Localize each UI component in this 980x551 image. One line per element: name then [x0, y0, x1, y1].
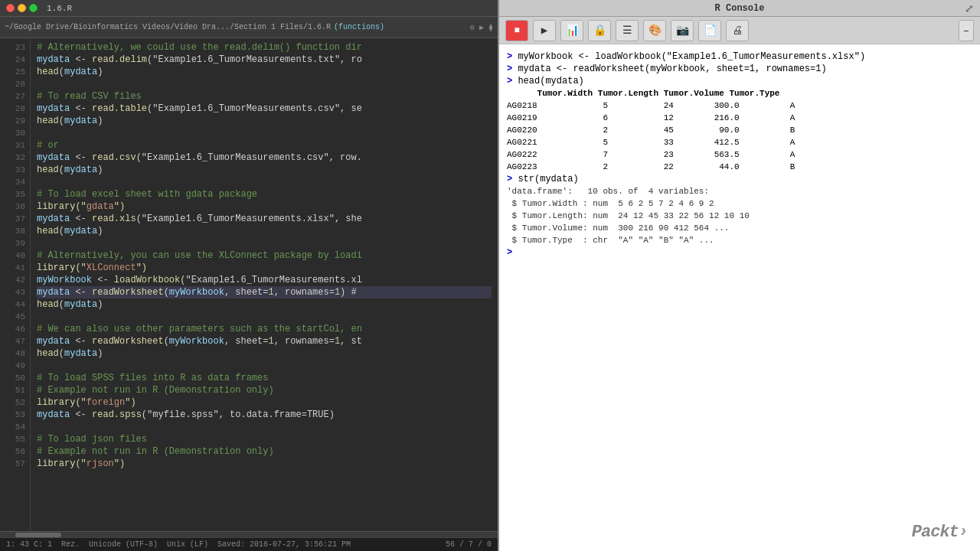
line-number: 44 [0, 298, 25, 311]
code-line: # To load excel sheet with gdata package [37, 188, 492, 201]
line-number: 34 [0, 176, 25, 188]
close-button[interactable] [6, 4, 15, 12]
line-number: 25 [0, 66, 25, 78]
code-line [37, 176, 492, 188]
color-button[interactable]: 🎨 [643, 20, 666, 41]
console-line: AG0220 2 45 90.0 B [507, 124, 972, 136]
console-toolbar: ■ ▶ 📊 🔒 ☰ 🎨 📷 📄 🖨 – ~/Google Drive/Bioin… [499, 17, 980, 44]
editor-content[interactable]: 2324252627282930313233343536373839404142… [0, 38, 498, 531]
editor-title: 1.6.R [47, 4, 72, 13]
line-number: 42 [0, 274, 25, 286]
table-button[interactable]: ☰ [616, 20, 639, 41]
line-number: 55 [0, 433, 25, 445]
line-number: 37 [0, 213, 25, 225]
code-line: # To load json files [37, 433, 492, 445]
console-content[interactable]: > myWorkbook <- loadWorkbook("Example1.6… [499, 44, 980, 551]
line-number: 35 [0, 188, 25, 201]
code-line [37, 127, 492, 139]
code-line: head(mydata) [37, 347, 492, 360]
console-line: 'data.frame': 10 obs. of 4 variables: [507, 185, 972, 197]
code-line: head(mydata) [37, 164, 492, 176]
line-number: 28 [0, 103, 25, 115]
code-line: mydata <- read.spss("myfile.spss", to.da… [37, 409, 492, 421]
code-line [37, 360, 492, 372]
line-number: 26 [0, 78, 25, 90]
line-number: 40 [0, 249, 25, 262]
code-line: # To load SPSS files into R as data fram… [37, 372, 492, 384]
print-button[interactable]: 🖨 [726, 20, 749, 41]
code-line: # or [37, 139, 492, 152]
cursor-position: 1: 43 C: 1 [6, 540, 52, 549]
console-panel: R Console ⤢ ■ ▶ 📊 🔒 ☰ 🎨 📷 📄 🖨 – ~/Google… [498, 0, 980, 551]
lock-button[interactable]: 🔒 [588, 20, 611, 41]
line-ending: Unix (LF) [167, 540, 208, 549]
code-line [37, 237, 492, 249]
chart-button[interactable]: 📊 [560, 20, 583, 41]
minimize-button[interactable] [18, 4, 26, 12]
stop-button[interactable]: ■ [505, 20, 528, 41]
code-line: library("rjson") [37, 458, 492, 470]
line-number: 47 [0, 335, 25, 347]
code-line: mydata <- read.csv("Example1.6_TumorMeas… [37, 152, 492, 164]
editor-panel: 1.6.R ~/Google Drive/Bioinformatics Vide… [0, 0, 498, 551]
code-line: head(mydata) [37, 225, 492, 237]
line-number: 30 [0, 127, 25, 139]
line-numbers: 2324252627282930313233343536373839404142… [0, 38, 31, 531]
editor-titlebar: 1.6.R [0, 0, 498, 17]
horizontal-scrollbar[interactable] [0, 531, 498, 537]
console-line: AG0221 5 33 412.5 A [507, 136, 972, 148]
toolbar-icons: ⚙ ▶ ⧫ [470, 23, 493, 32]
line-number: 48 [0, 347, 25, 360]
save-time: Saved: 2016-07-27, 3:56:21 PM [217, 540, 351, 549]
console-line: Tumor.Width Tumor.Length Tumor.Volume Tu… [507, 87, 972, 99]
doc-button[interactable]: 📄 [698, 20, 721, 41]
console-line: $ Tumor.Volume: num 300 216 90 412 564 .… [507, 222, 972, 234]
console-line: AG0222 7 23 563.5 A [507, 148, 972, 161]
maximize-button[interactable] [29, 4, 38, 12]
console-expand-button[interactable]: ⤢ [965, 2, 974, 15]
camera-button[interactable]: 📷 [671, 20, 694, 41]
console-line: > str(mydata) [507, 173, 972, 185]
line-number: 51 [0, 384, 25, 396]
console-line: $ Tumor.Type : chr "A" "A" "B" "A" ... [507, 234, 972, 246]
console-line: > mydata <- readWorksheet(myWorkbook, sh… [507, 63, 972, 75]
line-number: 27 [0, 90, 25, 103]
line-number: 56 [0, 445, 25, 458]
code-line: # Alternatively, we could use the read.d… [37, 41, 492, 54]
editor-statusbar: 1: 43 C: 1 Rez. Unicode (UTF-8) Unix (LF… [0, 537, 498, 551]
console-line: > head(mydata) [507, 75, 972, 87]
line-number: 24 [0, 54, 25, 66]
line-number: 57 [0, 458, 25, 470]
console-line: $ Tumor.Width : num 5 6 2 5 7 2 4 6 9 2 [507, 197, 972, 210]
line-number: 53 [0, 409, 25, 421]
encoding: Unicode (UTF-8) [89, 540, 158, 549]
code-line: mydata <- read.xls("Example1.6_TumorMeas… [37, 213, 492, 225]
editor-toolbar: ~/Google Drive/Bioinformatics Videos/Vid… [0, 17, 498, 38]
window-controls [6, 4, 38, 12]
console-line: AG0219 6 12 216.0 A [507, 112, 972, 124]
packt-chevron: › [959, 523, 968, 542]
code-line: # To read CSV files [37, 90, 492, 103]
code-line: library("XLConnect") [37, 262, 492, 274]
line-number: 50 [0, 372, 25, 384]
line-number: 38 [0, 225, 25, 237]
line-number: 33 [0, 164, 25, 176]
console-titlebar: R Console ⤢ [499, 0, 980, 17]
code-line: # We can also use other parameters such … [37, 323, 492, 335]
code-line: head(mydata) [37, 66, 492, 78]
code-line: mydata <- readWorksheet(myWorkbook, shee… [37, 335, 492, 347]
line-number: 43 [0, 286, 25, 298]
code-line [37, 311, 492, 323]
line-number: 31 [0, 139, 25, 152]
console-line: AG0218 5 24 300.0 A [507, 99, 972, 112]
editor-path: ~/Google Drive/Bioinformatics Videos/Vid… [5, 23, 331, 31]
line-number: 29 [0, 115, 25, 127]
run-button[interactable]: ▶ [533, 20, 556, 41]
console-line: > [507, 246, 972, 259]
code-line: head(mydata) [37, 115, 492, 127]
minimize-console-button[interactable]: – [959, 20, 974, 41]
line-number: 36 [0, 201, 25, 213]
code-line: library("foreign") [37, 396, 492, 409]
code-area[interactable]: # Alternatively, we could use the read.d… [31, 38, 498, 531]
line-number: 46 [0, 323, 25, 335]
